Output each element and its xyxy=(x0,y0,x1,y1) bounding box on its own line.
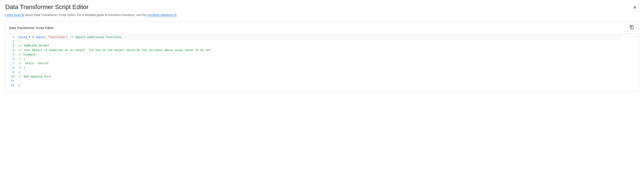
code-line[interactable]: // TEMPLATE OUTPUT xyxy=(16,44,616,48)
line-number: 6 xyxy=(6,57,14,61)
subtitle-middle: about Data Transformer Script Editor. Fo… xyxy=(24,13,148,17)
line-number: 12 xyxy=(6,83,14,88)
code-line[interactable]: // Json Object is expected as on output.… xyxy=(16,48,616,52)
code-line[interactable]: // } xyxy=(16,66,616,70)
code-line[interactable]: { xyxy=(16,70,616,74)
functions-reference-link[interactable]: functions reference xyxy=(147,13,177,17)
learn-more-link[interactable]: Learn more xyxy=(5,13,24,17)
line-number: 7 xyxy=(6,61,14,66)
copy-icon xyxy=(630,25,634,30)
line-number: 10 xyxy=(6,74,14,79)
line-number: 9 xyxy=(6,70,14,74)
minimap[interactable]: local f = import "functions"; // Import … xyxy=(616,34,638,91)
line-number: 11 xyxy=(6,79,14,83)
code-line[interactable]: // hello: "world" xyxy=(16,61,616,66)
subtitle-text: Learn more about Data Transformer Script… xyxy=(5,13,639,17)
line-number: 3 xyxy=(6,44,14,48)
code-editor[interactable]: 123456789101112 local f = import "functi… xyxy=(6,34,638,91)
open-in-new-icon xyxy=(22,13,24,17)
page-title: Data Transformer Script Editor xyxy=(5,3,88,10)
line-number: 2 xyxy=(6,39,14,44)
line-number: 4 xyxy=(6,48,14,52)
code-line[interactable] xyxy=(16,39,616,44)
code-line[interactable]: // { xyxy=(16,57,616,61)
code-line[interactable] xyxy=(16,79,616,83)
code-content[interactable]: local f = import "functions"; // Import … xyxy=(16,34,616,91)
code-line[interactable]: // Example: xyxy=(16,52,616,57)
close-button[interactable] xyxy=(631,3,639,12)
line-number: 5 xyxy=(6,52,14,57)
code-line[interactable]: local f = import "functions"; // Import … xyxy=(16,35,616,39)
editor-panel: Data Transformer Script Editor 123456789… xyxy=(5,21,639,91)
editor-header: Data Transformer Script Editor xyxy=(6,21,638,34)
subtitle-end: . xyxy=(177,13,178,17)
line-number: 8 xyxy=(6,66,14,70)
close-icon xyxy=(632,5,637,10)
editor-panel-title: Data Transformer Script Editor xyxy=(9,26,54,30)
code-line[interactable]: // Add mapping here xyxy=(16,74,616,79)
line-number: 1 xyxy=(6,35,14,39)
line-number-gutter: 123456789101112 xyxy=(6,34,16,91)
code-line[interactable]: } xyxy=(16,83,616,88)
copy-button[interactable] xyxy=(629,24,635,31)
open-in-new-icon xyxy=(174,13,177,17)
dialog-header: Data Transformer Script Editor xyxy=(5,3,639,12)
